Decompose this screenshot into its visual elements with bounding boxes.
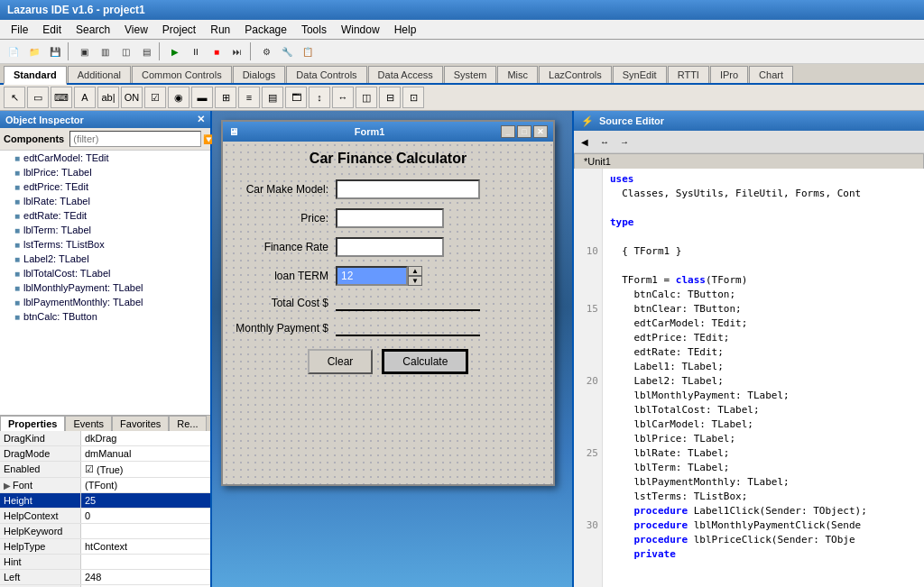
props-tab-events[interactable]: Events [65,416,112,431]
source-toolbar-btn1[interactable]: ↔ [596,133,614,151]
prop-value-height[interactable]: 25 [81,493,210,508]
menu-package[interactable]: Package [237,22,294,38]
object-inspector-close[interactable]: ✕ [197,114,205,125]
menu-view[interactable]: View [117,22,155,38]
form-input-rate[interactable] [336,237,444,257]
form-clear-button[interactable]: Clear [308,349,374,374]
prop-value-font[interactable]: (TFont) [81,478,210,492]
comp-pointer[interactable]: ↖ [4,87,25,108]
code-area[interactable]: uses Classes, SysUtils, FileUtil, Forms,… [603,169,924,587]
form-minimize-btn[interactable]: _ [501,125,515,138]
comp-btn-10[interactable]: ≡ [238,87,260,108]
toolbar-stop[interactable]: ■ [207,41,226,61]
toolbar-btn-7[interactable]: 📋 [298,41,318,61]
comp-btn-12[interactable]: 🗔 [285,87,307,108]
source-toolbar-back[interactable]: ◀ [576,133,594,151]
comp-item-11[interactable]: ■btnCalc: TButton [0,309,210,324]
comp-btn-15[interactable]: ◫ [356,87,377,108]
tab-synedit[interactable]: SynEdit [613,66,667,83]
toolbar-step[interactable]: ⏭ [227,41,247,61]
comp-item-0[interactable]: ■edtCarModel: TEdit [0,151,210,165]
props-tab-properties[interactable]: Properties [0,416,65,431]
source-tab-unit1[interactable]: *Unit1 [574,153,924,169]
toolbar-btn-5[interactable]: ⚙ [256,41,276,61]
form-maximize-btn[interactable]: □ [517,125,531,138]
menu-search[interactable]: Search [69,22,117,38]
prop-value-helpcontext[interactable]: 0 [81,509,210,523]
filter-input[interactable] [69,131,201,147]
comp-item-1[interactable]: ■lblPrice: TLabel [0,165,210,179]
menu-window[interactable]: Window [334,22,387,38]
comp-btn-8[interactable]: ▬ [191,87,213,108]
form-input-totalcost[interactable] [336,295,480,311]
comp-item-7[interactable]: ■Label2: TLabel [0,252,210,266]
toolbar-btn-1[interactable]: ▣ [74,41,94,61]
comp-btn-6[interactable]: ☑ [144,87,166,108]
prop-value-dragmode[interactable]: dmManual [81,446,210,461]
spin-down-term[interactable]: ▼ [408,276,422,286]
prop-value-helptype[interactable]: htContext [81,539,210,554]
props-tab-favorites[interactable]: Favorites [112,416,169,431]
tab-rtti[interactable]: RTTI [668,66,709,83]
tab-standard[interactable]: Standard [4,66,67,85]
comp-item-5[interactable]: ■lblTerm: TLabel [0,223,210,237]
menu-help[interactable]: Help [387,22,424,38]
tab-system[interactable]: System [444,66,497,83]
tab-common-controls[interactable]: Common Controls [132,66,232,83]
prop-value-enabled[interactable]: ☑ (True) [81,462,210,477]
tab-dialogs[interactable]: Dialogs [233,66,286,83]
spin-up-term[interactable]: ▲ [408,266,422,276]
form-input-carmodel[interactable] [336,179,480,199]
toolbar-new[interactable]: 📄 [4,41,23,61]
toolbar-btn-4[interactable]: ▤ [136,41,156,61]
menu-project[interactable]: Project [155,22,203,38]
toolbar-pause[interactable]: ⏸ [186,41,206,61]
comp-item-8[interactable]: ■lblTotalCost: TLabel [0,266,210,280]
comp-item-2[interactable]: ■edtPrice: TEdit [0,179,210,194]
spin-input-term[interactable] [336,266,408,286]
menu-edit[interactable]: Edit [35,22,69,38]
tab-additional[interactable]: Additional [68,66,131,83]
toolbar-btn-3[interactable]: ◫ [116,41,135,61]
comp-btn-4[interactable]: ab| [97,87,119,108]
tab-ipro[interactable]: IPro [710,66,748,83]
comp-item-10[interactable]: ■lblPaymentMonthly: TLabel [0,295,210,309]
comp-item-6[interactable]: ■lstTerms: TListBox [0,237,210,252]
form-input-price[interactable] [336,208,444,228]
comp-btn-14[interactable]: ↔ [332,87,354,108]
tab-misc[interactable]: Misc [497,66,538,83]
comp-btn-17[interactable]: ⊡ [402,87,424,108]
toolbar-btn-6[interactable]: 🔧 [277,41,297,61]
tab-data-controls[interactable]: Data Controls [286,66,366,83]
tab-lazcontrols[interactable]: LazControls [539,66,612,83]
menu-tools[interactable]: Tools [294,22,334,38]
form-input-monthlypayment[interactable] [336,320,480,336]
source-toolbar-btn2[interactable]: → [615,133,633,151]
toolbar-open[interactable]: 📁 [24,41,44,61]
form-close-btn[interactable]: ✕ [533,125,548,138]
comp-btn-5[interactable]: ON [121,87,143,108]
comp-btn-3[interactable]: A [74,87,96,108]
toolbar-save[interactable]: 💾 [45,41,65,61]
comp-btn-2[interactable]: ⌨ [51,87,72,108]
comp-btn-16[interactable]: ⊟ [379,87,401,108]
prop-value-dragkind[interactable]: dkDrag [81,431,210,445]
comp-item-3[interactable]: ■lblRate: TLabel [0,194,210,208]
tab-data-access[interactable]: Data Access [368,66,443,83]
props-tab-re[interactable]: Re... [169,416,206,431]
menu-file[interactable]: File [4,22,35,38]
prop-value-helpkeyword[interactable] [81,524,210,538]
toolbar-btn-2[interactable]: ▥ [95,41,115,61]
prop-value-left[interactable]: 248 [81,570,210,584]
comp-item-9[interactable]: ■lblMonthlyPayment: TLabel [0,280,210,295]
checkbox-enabled[interactable]: ☑ [85,463,94,475]
comp-btn-9[interactable]: ⊞ [215,87,236,108]
comp-btn-13[interactable]: ↕ [309,87,330,108]
tab-chart[interactable]: Chart [749,66,793,83]
comp-btn-11[interactable]: ▤ [262,87,283,108]
toolbar-run[interactable]: ▶ [165,41,185,61]
comp-btn-1[interactable]: ▭ [27,87,49,108]
prop-value-hint[interactable] [81,555,210,569]
comp-item-4[interactable]: ■edtRate: TEdit [0,208,210,223]
form-calculate-button[interactable]: Calculate [382,349,468,374]
